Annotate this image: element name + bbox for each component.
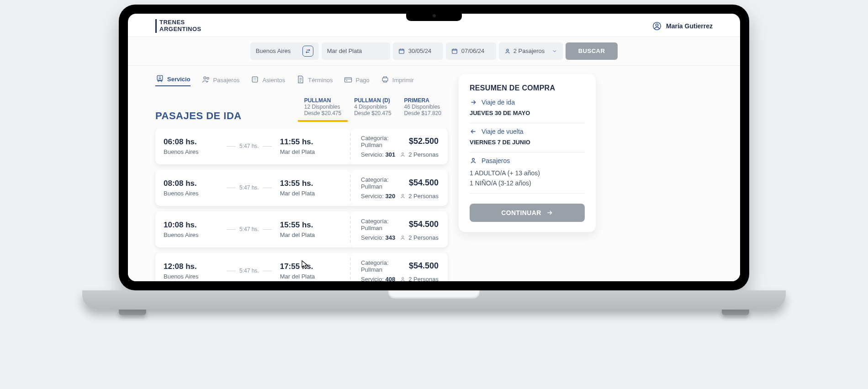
summary-go-date: JUEVES 30 DE MAYO xyxy=(470,110,585,116)
trip-card[interactable]: 10:08 hs.Buenos Aires5:47 hs.15:55 hs.Ma… xyxy=(155,211,448,247)
step-icon xyxy=(155,74,164,84)
trip-card[interactable]: 06:08 hs.Buenos Aires5:47 hs.11:55 hs.Ma… xyxy=(155,128,448,164)
cat-from: Desde $20.475 xyxy=(304,110,341,116)
person-icon xyxy=(470,157,477,164)
category-tab[interactable]: PULLMAN12 DisponiblesDesde $20.475 xyxy=(298,95,348,122)
divider xyxy=(470,152,585,152)
price: $52.500 xyxy=(409,137,439,146)
cat-name: PULLMAN (D) xyxy=(354,97,391,104)
dep-city: Buenos Aires xyxy=(164,148,218,155)
person-icon xyxy=(400,276,406,281)
svg-point-12 xyxy=(402,194,404,196)
arrow-right-icon xyxy=(546,209,553,216)
arr-city: Mar del Plata xyxy=(280,231,335,238)
pax: 2 Personas xyxy=(400,151,439,158)
origin-value: Buenos Aires xyxy=(256,47,291,54)
duration: 5:47 hs. xyxy=(227,268,272,274)
step-asientos[interactable]: Asientos xyxy=(250,75,285,85)
destination-field[interactable]: Mar del Plata xyxy=(322,42,390,60)
summary-title: RESUMEN DE COMPRA xyxy=(470,84,585,92)
trip-card[interactable]: 08:08 hs.Buenos Aires5:47 hs.13:55 hs.Ma… xyxy=(155,170,448,206)
svg-rect-10 xyxy=(382,78,388,81)
person-icon xyxy=(504,48,511,54)
summary-pax-list: 1 ADULTO/A (+ 13 años)1 NIÑO/A (3-12 año… xyxy=(470,168,585,189)
brand-line2: ARGENTINOS xyxy=(159,26,201,33)
svg-point-11 xyxy=(402,152,404,154)
divider xyxy=(470,123,585,123)
price: $54.500 xyxy=(409,178,439,188)
ticket-divider xyxy=(350,253,351,281)
pax: 2 Personas xyxy=(400,276,439,281)
duration: 5:47 hs. xyxy=(227,143,272,149)
price: $54.500 xyxy=(409,220,439,229)
category-label: Categoría: Pullman xyxy=(361,135,409,148)
ticket-divider xyxy=(350,211,351,247)
svg-point-7 xyxy=(207,77,209,79)
summary-back-row: Viaje de vuelta xyxy=(470,128,585,135)
dep-city: Buenos Aires xyxy=(164,190,218,197)
summary-pax-row: Pasajeros xyxy=(470,157,585,164)
duration: 5:47 hs. xyxy=(227,226,272,232)
chevron-down-icon xyxy=(552,48,557,54)
svg-rect-2 xyxy=(399,49,404,53)
step-label: Imprimir xyxy=(392,77,414,84)
step-términos[interactable]: Términos xyxy=(296,75,333,85)
cat-avail: 4 Disponibles xyxy=(354,104,391,110)
section-title: PASAJES DE IDA xyxy=(155,110,242,122)
user-name: María Gutierrez xyxy=(666,22,713,30)
summary-go-label: Viaje de ida xyxy=(482,99,515,106)
passengers-field[interactable]: 2 Pasajeros xyxy=(499,42,563,60)
dep-time: 10:08 hs. xyxy=(164,221,218,230)
svg-point-6 xyxy=(204,77,206,79)
swap-button[interactable] xyxy=(302,46,313,57)
trip-card[interactable]: 12:08 hs.Buenos Aires5:47 hs.17:55 hs.Ma… xyxy=(155,253,448,281)
category-tab[interactable]: PRIMERA46 DisponiblesDesde $17.820 xyxy=(398,95,448,122)
arrow-left-icon xyxy=(470,128,477,135)
svg-rect-9 xyxy=(345,78,352,82)
step-imprimir[interactable]: Imprimir xyxy=(381,75,414,85)
arr-time: 13:55 hs. xyxy=(280,179,335,188)
svg-point-4 xyxy=(507,49,508,51)
service: Servicio: 343 xyxy=(361,234,395,241)
step-icon xyxy=(201,75,211,85)
step-pago[interactable]: Pago xyxy=(344,75,369,85)
category-tab[interactable]: PULLMAN (D)4 DisponiblesDesde $20.475 xyxy=(348,95,397,122)
progress-steps: ServicioPasajerosAsientosTérminosPagoImp… xyxy=(155,74,448,86)
svg-point-16 xyxy=(472,158,475,161)
step-servicio[interactable]: Servicio xyxy=(155,74,191,86)
destination-value: Mar del Plata xyxy=(327,47,362,54)
cat-from: Desde $17.820 xyxy=(404,110,441,116)
origin-field[interactable]: Buenos Aires xyxy=(250,42,319,60)
service: Servicio: 301 xyxy=(361,151,395,158)
continue-label: CONTINUAR xyxy=(501,209,541,216)
user-menu[interactable]: María Gutierrez xyxy=(652,21,713,31)
arr-time: 11:55 hs. xyxy=(280,137,335,147)
person-icon xyxy=(400,152,406,158)
ticket-divider xyxy=(350,128,351,164)
summary-pax-label: Pasajeros xyxy=(482,157,510,164)
cat-from: Desde $20.475 xyxy=(354,110,391,116)
svg-rect-8 xyxy=(253,77,258,82)
summary-pax-line: 1 ADULTO/A (+ 13 años) xyxy=(470,168,585,178)
dep-time: 06:08 hs. xyxy=(164,137,218,147)
passengers-value: 2 Pasajeros xyxy=(513,47,545,54)
price: $54.500 xyxy=(409,261,439,271)
summary-back-label: Viaje de vuelta xyxy=(482,128,524,135)
search-button[interactable]: BUSCAR xyxy=(566,42,618,60)
dep-city: Buenos Aires xyxy=(164,273,218,280)
step-icon xyxy=(344,75,353,85)
cat-avail: 46 Disponibles xyxy=(404,104,441,110)
summary-pax-line: 1 NIÑO/A (3-12 años) xyxy=(470,178,585,188)
step-pasajeros[interactable]: Pasajeros xyxy=(201,75,240,85)
continue-button[interactable]: CONTINUAR xyxy=(470,204,585,222)
person-icon xyxy=(400,193,406,199)
pax: 2 Personas xyxy=(400,193,439,200)
date-back-field[interactable]: 07/06/24 xyxy=(446,42,496,60)
svg-rect-5 xyxy=(157,75,163,80)
svg-point-14 xyxy=(402,277,404,279)
arrow-right-icon xyxy=(470,99,477,106)
category-label: Categoría: Pullman xyxy=(361,176,409,190)
date-go-field[interactable]: 30/05/24 xyxy=(393,42,443,60)
dep-time: 12:08 hs. xyxy=(164,262,218,271)
service: Servicio: 408 xyxy=(361,276,395,281)
